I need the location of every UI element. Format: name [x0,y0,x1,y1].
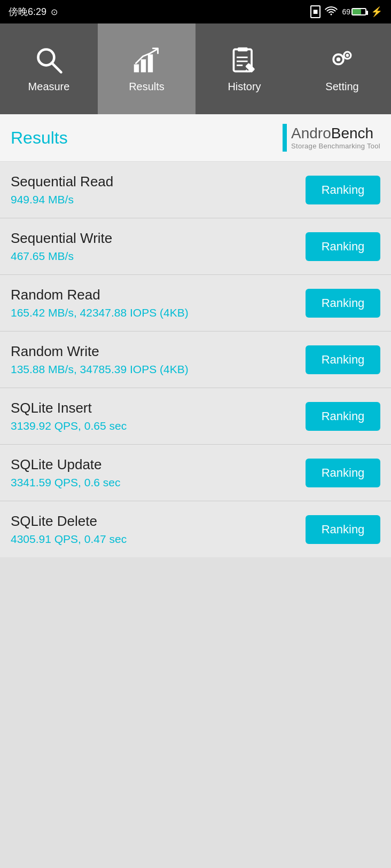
status-left: 傍晚6:29 ⊙ [9,5,58,18]
table-row: Sequential Write 467.65 MB/s Ranking [0,218,391,275]
ranking-btn-sqlite-delete[interactable]: Ranking [306,515,380,544]
ranking-btn-sequential-write[interactable]: Ranking [306,232,380,261]
setting-icon [327,45,357,75]
table-row: Sequential Read 949.94 MB/s Ranking [0,162,391,218]
location-icon: ⊙ [51,7,58,17]
logo-bench: Bench [331,125,373,141]
bench-value-sqlite-insert: 3139.92 QPS, 0.65 sec [11,420,127,432]
bench-value-random-write: 135.88 MB/s, 34785.39 IOPS (4KB) [11,363,189,376]
table-row: SQLite Delete 4305.91 QPS, 0.47 sec Rank… [0,501,391,557]
bench-name-sqlite-delete: SQLite Delete [11,513,127,530]
ranking-btn-sqlite-insert[interactable]: Ranking [306,402,380,431]
wifi-icon [325,6,338,18]
bolt-icon: ⚡ [371,6,382,18]
ranking-btn-sqlite-update[interactable]: Ranking [306,459,380,487]
results-icon [132,45,162,75]
table-row: Random Read 165.42 MB/s, 42347.88 IOPS (… [0,275,391,332]
logo-subtitle: Storage Benchmarking Tool [291,142,380,150]
tab-measure-label: Measure [28,81,70,93]
bench-name-sqlite-insert: SQLite Insert [11,400,127,416]
measure-icon [34,45,64,75]
time-display: 傍晚6:29 [9,5,46,18]
logo-text-group: AndroBench Storage Benchmarking Tool [291,125,380,150]
battery-body [351,8,366,15]
history-icon [230,45,260,75]
bench-info-sequential-read: Sequential Read 949.94 MB/s [11,173,113,206]
app-logo: AndroBench Storage Benchmarking Tool [283,124,380,152]
logo-bar-accent [283,124,287,152]
tab-results-label: Results [129,81,165,93]
battery-fill [353,9,361,14]
svg-point-13 [336,57,340,61]
bench-value-sqlite-update: 3341.59 QPS, 0.6 sec [11,476,120,489]
bench-value-random-read: 165.42 MB/s, 42347.88 IOPS (4KB) [11,306,189,319]
tab-setting[interactable]: Setting [293,23,391,114]
nav-tabs: Measure Results History [0,23,391,114]
battery-indicator: 69 [342,7,366,16]
bench-info-random-write: Random Write 135.88 MB/s, 34785.39 IOPS … [11,343,189,376]
bench-name-sequential-read: Sequential Read [11,173,113,190]
bench-info-sqlite-insert: SQLite Insert 3139.92 QPS, 0.65 sec [11,400,127,432]
table-row: SQLite Insert 3139.92 QPS, 0.65 sec Rank… [0,388,391,445]
table-row: Random Write 135.88 MB/s, 34785.39 IOPS … [0,332,391,388]
bench-name-sequential-write: Sequential Write [11,230,112,247]
bench-info-random-read: Random Read 165.42 MB/s, 42347.88 IOPS (… [11,287,189,319]
ranking-btn-random-read[interactable]: Ranking [306,289,380,318]
bench-info-sqlite-delete: SQLite Delete 4305.91 QPS, 0.47 sec [11,513,127,546]
tab-history-label: History [228,81,261,93]
tab-results[interactable]: Results [98,23,196,114]
bench-info-sequential-write: Sequential Write 467.65 MB/s [11,230,112,263]
bench-name-random-read: Random Read [11,287,189,303]
svg-point-15 [346,53,349,57]
benchmark-list: Sequential Read 949.94 MB/s Ranking Sequ… [0,162,391,557]
svg-rect-2 [134,64,138,72]
ranking-btn-random-write[interactable]: Ranking [306,345,380,374]
bench-value-sequential-write: 467.65 MB/s [11,250,112,263]
svg-rect-6 [237,47,247,51]
status-right: ■ 69 ⚡ [310,5,382,18]
bench-name-sqlite-update: SQLite Update [11,456,120,473]
tab-setting-label: Setting [325,81,358,93]
svg-rect-3 [140,59,145,72]
ranking-btn-sequential-read[interactable]: Ranking [306,176,380,204]
battery-percent: 69 [342,7,350,16]
svg-rect-4 [147,54,152,72]
status-bar: 傍晚6:29 ⊙ ■ 69 ⚡ [0,0,391,23]
results-header: Results AndroBench Storage Benchmarking … [0,114,391,162]
svg-line-1 [51,62,61,72]
bench-name-random-write: Random Write [11,343,189,360]
page-title: Results [11,128,68,148]
logo-main-text: AndroBench [291,125,380,142]
tab-measure[interactable]: Measure [0,23,98,114]
bench-info-sqlite-update: SQLite Update 3341.59 QPS, 0.6 sec [11,456,120,489]
bench-value-sqlite-delete: 4305.91 QPS, 0.47 sec [11,533,127,546]
table-row: SQLite Update 3341.59 QPS, 0.6 sec Ranki… [0,445,391,501]
bench-value-sequential-read: 949.94 MB/s [11,193,113,206]
tab-history[interactable]: History [196,23,293,114]
stop-icon: ■ [310,5,321,18]
logo-andro: Andro [291,125,331,141]
